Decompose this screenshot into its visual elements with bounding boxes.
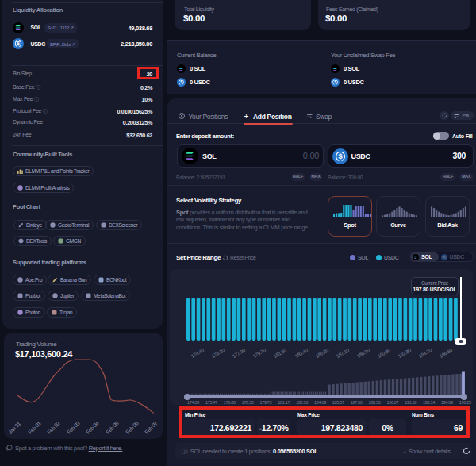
svg-text:$: $ bbox=[334, 79, 336, 84]
svg-text:$: $ bbox=[443, 256, 445, 259]
svg-text:$: $ bbox=[180, 79, 182, 84]
